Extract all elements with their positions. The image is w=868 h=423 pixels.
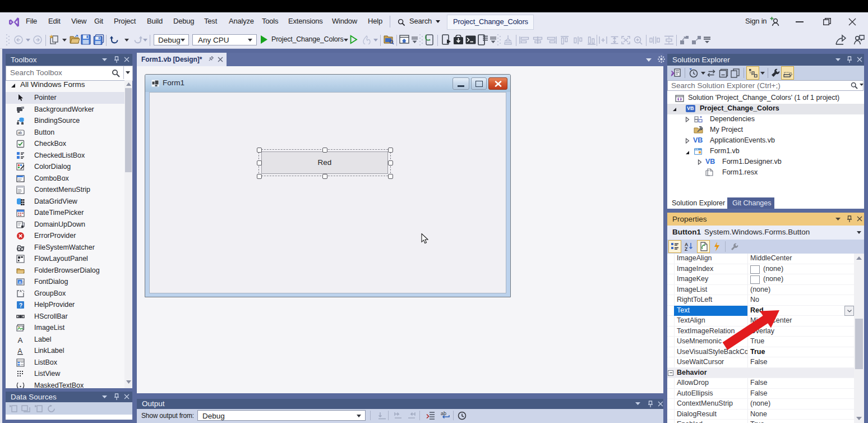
svg-text:A: A (19, 280, 21, 285)
svg-text:?: ? (19, 302, 22, 309)
svg-text:A: A (18, 336, 23, 344)
svg-text:ab: ab (441, 411, 446, 416)
svg-text:Z: Z (685, 246, 687, 251)
svg-text:ab: ab (18, 131, 22, 135)
svg-text:A: A (18, 347, 22, 355)
